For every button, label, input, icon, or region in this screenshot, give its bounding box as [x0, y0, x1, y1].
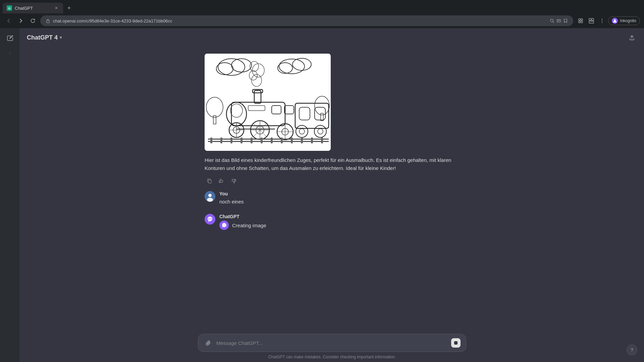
- chatgpt-author: ChatGPT: [219, 214, 266, 219]
- message-actions: [205, 176, 460, 186]
- extensions-button[interactable]: [576, 16, 585, 25]
- user-message-body: You noch eines: [219, 191, 244, 206]
- profile-button[interactable]: Inkognito: [608, 16, 640, 25]
- svg-rect-80: [235, 179, 236, 181]
- address-bar[interactable]: chat.openai.com/c/95d84e3e-31ce-4233-9de…: [40, 15, 573, 26]
- new-tab-button[interactable]: +: [64, 3, 74, 13]
- svg-rect-2: [47, 20, 49, 23]
- svg-point-83: [207, 198, 213, 202]
- copy-button[interactable]: [205, 176, 214, 186]
- user-message-text: noch eines: [219, 198, 244, 206]
- chevron-down-icon: ▾: [60, 35, 62, 40]
- tab-bar: G ChatGPT ✕ +: [0, 0, 644, 13]
- new-chat-button[interactable]: [4, 32, 16, 44]
- tab-title-text: ChatGPT: [15, 6, 51, 11]
- thumbs-down-button[interactable]: [229, 176, 238, 186]
- assistant-text: Hier ist das Bild eines kinderfreundlich…: [205, 156, 460, 172]
- lock-icon: [46, 18, 50, 23]
- svg-point-16: [602, 22, 602, 23]
- tab-favicon: G: [7, 5, 12, 11]
- disclaimer-text: ChatGPT can make mistakes. Consider chec…: [268, 355, 396, 359]
- svg-point-15: [602, 20, 602, 21]
- app-container: ‹ ChatGPT 4 ▾: [0, 28, 644, 362]
- input-area: ChatGPT can make mistakes. Consider chec…: [20, 328, 644, 362]
- user-author: You: [219, 191, 244, 196]
- svg-rect-8: [581, 19, 583, 20]
- profile-icon: [612, 18, 618, 24]
- chat-content: Hier ist das Bild eines kinderfreundlich…: [198, 54, 466, 238]
- app-title-text: ChatGPT 4: [27, 34, 58, 41]
- bookmark-icon: [563, 18, 568, 23]
- tab-close-btn[interactable]: ✕: [54, 5, 59, 11]
- profile-label: Inkognito: [620, 18, 636, 23]
- chatgpt-message: ChatGPT Creating image: [205, 214, 460, 230]
- svg-point-85: [209, 219, 210, 220]
- forward-button[interactable]: [16, 16, 25, 25]
- svg-rect-78: [208, 180, 211, 183]
- attach-button[interactable]: [204, 338, 213, 348]
- user-message: You noch eines: [205, 191, 460, 206]
- train-image[interactable]: [205, 54, 331, 151]
- creating-image-status: Creating image: [219, 221, 266, 230]
- more-button[interactable]: [597, 16, 607, 25]
- app-header: ChatGPT 4 ▾: [20, 28, 644, 47]
- share-button[interactable]: [627, 32, 637, 43]
- toolbar-right: Inkognito: [576, 16, 640, 25]
- svg-point-82: [208, 194, 212, 197]
- user-avatar: [205, 191, 215, 202]
- svg-point-86: [211, 219, 212, 220]
- help-button[interactable]: ?: [627, 345, 637, 355]
- reader-icon: [556, 18, 561, 23]
- app-title[interactable]: ChatGPT 4 ▾: [27, 34, 62, 41]
- svg-point-3: [550, 19, 553, 22]
- creating-icon: [219, 221, 229, 230]
- sidebar: ‹: [0, 28, 20, 362]
- chatgpt-avatar: [205, 214, 215, 225]
- svg-point-14: [602, 19, 602, 19]
- browser-toolbar: chat.openai.com/c/95d84e3e-31ce-4233-9de…: [0, 13, 644, 28]
- active-tab[interactable]: G ChatGPT ✕: [3, 3, 63, 13]
- svg-rect-10: [581, 21, 583, 23]
- input-box: [198, 334, 466, 352]
- svg-rect-11: [589, 18, 591, 20]
- tab-organizer-button[interactable]: [587, 16, 596, 25]
- svg-rect-12: [592, 18, 594, 20]
- stop-icon: [454, 341, 458, 345]
- stop-button[interactable]: [451, 338, 461, 348]
- url-text: chat.openai.com/c/95d84e3e-31ce-4233-9de…: [53, 18, 547, 23]
- zoom-icon: [550, 18, 554, 23]
- browser-chrome: G ChatGPT ✕ + chat.openai.com/c/95d84e3e…: [0, 0, 644, 28]
- svg-rect-7: [579, 19, 580, 20]
- address-bar-icons: [550, 18, 568, 23]
- refresh-button[interactable]: [28, 16, 38, 25]
- svg-rect-13: [589, 21, 594, 23]
- svg-point-17: [614, 19, 616, 21]
- svg-rect-79: [219, 181, 220, 183]
- svg-rect-9: [579, 21, 580, 23]
- sidebar-collapse-button[interactable]: ‹: [7, 47, 13, 59]
- message-input[interactable]: [216, 340, 448, 346]
- main-content: ChatGPT 4 ▾: [20, 28, 644, 362]
- thumbs-up-button[interactable]: [217, 176, 226, 186]
- chatgpt-message-body: ChatGPT Creating image: [219, 214, 266, 230]
- chat-area[interactable]: Hier ist das Bild eines kinderfreundlich…: [20, 47, 644, 328]
- svg-text:G: G: [8, 7, 10, 10]
- creating-image-text: Creating image: [232, 223, 266, 228]
- assistant-image-message: Hier ist das Bild eines kinderfreundlich…: [205, 54, 460, 186]
- back-button[interactable]: [4, 16, 13, 25]
